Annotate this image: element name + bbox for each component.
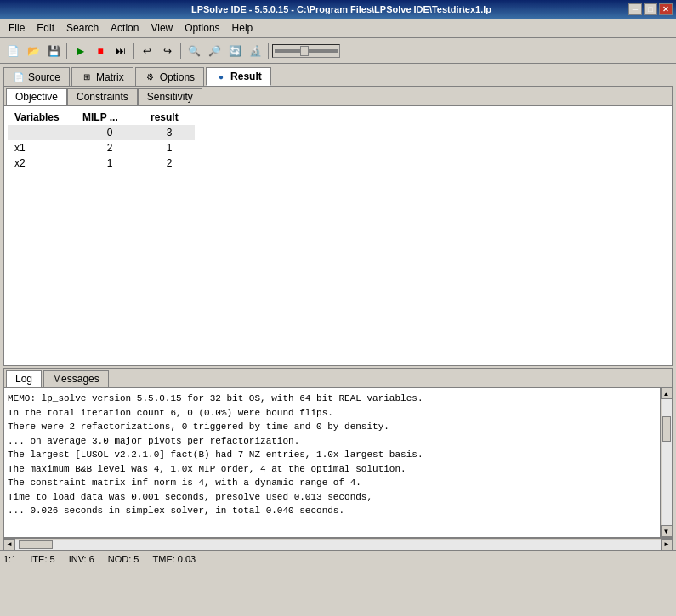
- status-ite: ITE: 5: [30, 554, 54, 564]
- stop-button[interactable]: ■: [91, 42, 110, 60]
- tab-result[interactable]: ● Result: [206, 67, 271, 86]
- main-content-area: Objective Constraints Sensitivity Variab…: [3, 86, 673, 366]
- toolbar-sep-1: [66, 43, 67, 59]
- scroll-left-arrow[interactable]: ◄: [3, 539, 15, 551]
- x2-result: 2: [144, 155, 195, 171]
- tab-matrix[interactable]: ⊞ Matrix: [71, 67, 133, 86]
- zoom-button[interactable]: 🔬: [246, 42, 264, 60]
- table-row: x2 1 2: [8, 155, 195, 171]
- log-tab-log[interactable]: Log: [6, 370, 42, 387]
- tab-source[interactable]: 📄 Source: [3, 67, 70, 86]
- log-line-9: ... 0.026 seconds in simplex solver, in …: [8, 504, 656, 518]
- h-scroll-track: [15, 540, 661, 550]
- x1-milp: 2: [76, 140, 144, 155]
- toolbar-sep-2: [133, 43, 134, 59]
- log-line-3: There were 2 refactorizations, 0 trigger…: [8, 420, 656, 434]
- toolbar: 📄 📂 💾 ▶ ■ ⏭ ↩ ↪ 🔍 🔎 🔄 🔬: [0, 38, 676, 64]
- scroll-up-arrow[interactable]: ▲: [661, 387, 673, 399]
- result-table: Variables MILP ... result 0 3 x1 2 1 x2: [8, 110, 195, 171]
- scroll-thumb[interactable]: [662, 416, 671, 442]
- window-title: LPSolve IDE - 5.5.0.15 - C:\Program File…: [54, 4, 628, 14]
- x2-var: x2: [8, 155, 76, 171]
- toolbar-sep-3: [180, 43, 181, 59]
- menu-file[interactable]: File: [3, 20, 30, 36]
- minimize-button[interactable]: ─: [628, 3, 642, 15]
- subtab-objective[interactable]: Objective: [6, 88, 67, 105]
- obj-var: [8, 125, 76, 140]
- redo-button[interactable]: ↪: [158, 42, 177, 60]
- find-button[interactable]: 🔍: [185, 42, 203, 60]
- menu-bar: File Edit Search Action View Options Hel…: [0, 19, 676, 38]
- tab-options[interactable]: ⚙ Options: [135, 67, 204, 86]
- slider-thumb[interactable]: [300, 46, 309, 56]
- table-row: 0 3: [8, 125, 195, 140]
- find-next-button[interactable]: 🔎: [205, 42, 224, 60]
- window-controls[interactable]: ─ □ ✕: [628, 3, 673, 15]
- menu-edit[interactable]: Edit: [31, 20, 60, 36]
- status-bar: 1:1 ITE: 5 INV: 6 NOD: 5 TME: 0.03: [0, 550, 676, 567]
- title-bar: LPSolve IDE - 5.5.0.15 - C:\Program File…: [0, 0, 676, 19]
- source-tab-icon: 📄: [13, 71, 25, 83]
- tab-source-label: Source: [28, 71, 60, 83]
- log-content: MEMO: lp_solve version 5.5.0.15 for 32 b…: [4, 387, 672, 537]
- menu-search[interactable]: Search: [61, 20, 104, 36]
- tab-matrix-label: Matrix: [96, 71, 124, 83]
- log-line-4: ... on average 3.0 major pivots per refa…: [8, 434, 656, 449]
- undo-button[interactable]: ↩: [138, 42, 156, 60]
- maximize-button[interactable]: □: [644, 3, 657, 15]
- col-header-variables: Variables: [8, 110, 76, 125]
- matrix-tab-icon: ⊞: [81, 71, 93, 83]
- h-scroll-thumb[interactable]: [19, 540, 53, 549]
- subtab-constraints[interactable]: Constraints: [67, 88, 138, 105]
- log-line-5: The largest [LUSOL v2.2.1.0] fact(B) had…: [8, 448, 656, 462]
- main-tab-bar: 📄 Source ⊞ Matrix ⚙ Options ● Result: [0, 64, 676, 86]
- status-nod: NOD: 5: [108, 554, 139, 564]
- x2-milp: 1: [76, 155, 144, 171]
- status-tme: TME: 0.03: [153, 554, 196, 564]
- x1-var: x1: [8, 140, 76, 155]
- status-inv: INV: 6: [69, 554, 94, 564]
- menu-help[interactable]: Help: [227, 20, 258, 36]
- subtab-sensitivity[interactable]: Sensitivity: [138, 88, 202, 105]
- log-line-8: Time to load data was 0.001 seconds, pre…: [8, 490, 656, 505]
- toolbar-sep-4: [268, 43, 269, 59]
- log-line-6: The maximum B&B level was 4, 1.0x MIP or…: [8, 462, 656, 477]
- table-row: x1 2 1: [8, 140, 195, 155]
- log-tab-messages[interactable]: Messages: [43, 370, 109, 387]
- result-tab-icon: ●: [215, 71, 227, 82]
- menu-view[interactable]: View: [145, 20, 178, 36]
- zoom-slider[interactable]: [272, 44, 340, 58]
- run-button[interactable]: ▶: [71, 42, 89, 60]
- sub-tab-bar: Objective Constraints Sensitivity: [4, 87, 672, 106]
- scroll-down-arrow[interactable]: ▼: [661, 525, 673, 537]
- tab-result-label: Result: [230, 71, 262, 82]
- col-header-result: result: [144, 110, 195, 125]
- x1-result: 1: [144, 140, 195, 155]
- horizontal-scrollbar[interactable]: ◄ ►: [3, 538, 673, 550]
- obj-milp: 0: [76, 125, 144, 140]
- scroll-track: [662, 399, 672, 525]
- log-line-7: The constraint matrix inf-norm is 4, wit…: [8, 476, 656, 490]
- scroll-right-arrow[interactable]: ►: [661, 539, 673, 551]
- save-button[interactable]: 💾: [44, 42, 63, 60]
- open-button[interactable]: 📂: [24, 42, 43, 60]
- col-header-milp: MILP ...: [76, 110, 144, 125]
- menu-options[interactable]: Options: [179, 20, 224, 36]
- options-tab-icon: ⚙: [145, 71, 156, 83]
- lower-panel: Log Messages MEMO: lp_solve version 5.5.…: [3, 368, 673, 538]
- new-button[interactable]: 📄: [3, 42, 22, 60]
- replace-button[interactable]: 🔄: [225, 42, 244, 60]
- obj-result: 3: [144, 125, 195, 140]
- log-line-1: MEMO: lp_solve version 5.5.0.15 for 32 b…: [8, 392, 656, 406]
- log-tab-bar: Log Messages: [4, 369, 672, 387]
- log-scrollbar[interactable]: ▲ ▼: [660, 387, 672, 537]
- result-table-area: Variables MILP ... result 0 3 x1 2 1 x2: [4, 106, 672, 365]
- tab-options-label: Options: [160, 71, 195, 83]
- menu-action[interactable]: Action: [105, 20, 144, 36]
- status-position: 1:1: [3, 554, 16, 564]
- log-line-2: In the total iteration count 6, 0 (0.0%)…: [8, 406, 656, 421]
- step-button[interactable]: ⏭: [111, 42, 130, 60]
- close-button[interactable]: ✕: [659, 3, 673, 15]
- slider-track: [275, 49, 338, 53]
